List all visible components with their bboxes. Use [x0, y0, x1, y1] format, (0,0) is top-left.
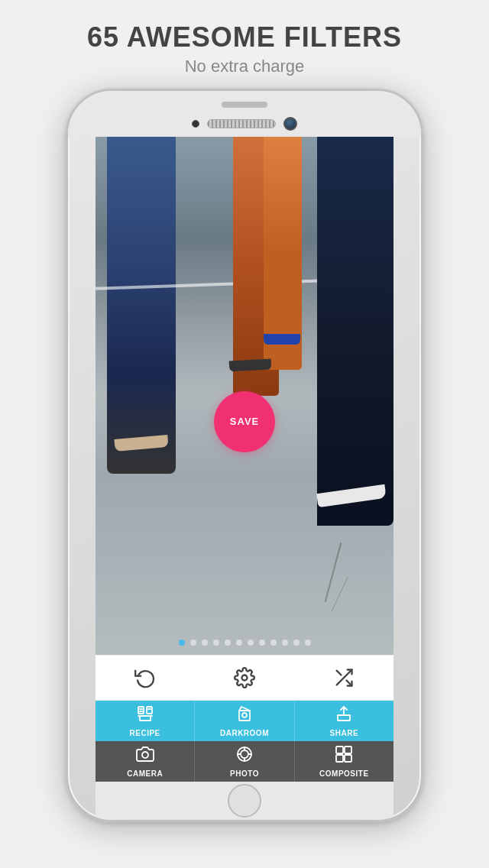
recipe-label: RECIPE [130, 729, 160, 737]
filter-dot-1[interactable] [190, 640, 196, 646]
tab-photo[interactable]: PHOTO [194, 741, 293, 782]
home-indicator-area [96, 782, 393, 820]
tab-composite[interactable]: COMPOSITE [294, 741, 393, 782]
svg-point-14 [241, 750, 248, 758]
person-right-legs [317, 137, 393, 526]
darkroom-icon [235, 704, 254, 726]
phone-top [68, 91, 421, 137]
undo-icon [134, 667, 156, 688]
home-button[interactable] [228, 784, 261, 818]
share-label: SHARE [330, 729, 359, 737]
composite-icon [335, 745, 353, 766]
camera-label: CAMERA [127, 769, 163, 778]
filter-dot-9[interactable] [282, 640, 288, 646]
bottom-tabs: RECIPE DARKROOM [96, 701, 393, 782]
darkroom-label: DARKROOM [220, 729, 269, 737]
filter-dot-6[interactable] [248, 640, 254, 646]
svg-line-3 [337, 671, 342, 675]
person-mid-shoe2 [264, 334, 300, 345]
svg-rect-4 [138, 707, 144, 714]
svg-rect-21 [336, 755, 343, 762]
header-section: 65 AWESOME FILTERS No extra charge [0, 0, 489, 89]
sleep-indicator [222, 102, 267, 108]
tabs-top-row: RECIPE DARKROOM [96, 701, 393, 741]
filter-dot-2[interactable] [202, 640, 208, 646]
tab-darkroom[interactable]: DARKROOM [194, 701, 293, 741]
filter-dot-8[interactable] [270, 640, 277, 646]
share-icon [335, 704, 353, 726]
power-button[interactable] [66, 221, 67, 267]
header-title: 65 AWESOME FILTERS [0, 21, 489, 53]
camera-lens [283, 117, 297, 131]
filter-dot-11[interactable] [305, 640, 311, 646]
photo-icon [235, 745, 254, 766]
filter-dot-10[interactable] [293, 640, 300, 646]
filter-dots [96, 640, 393, 646]
volume-down-button[interactable] [66, 335, 67, 372]
filter-dot-5[interactable] [236, 640, 242, 646]
filter-dot-0[interactable] [179, 640, 185, 646]
recipe-icon [136, 704, 154, 726]
svg-point-12 [142, 752, 148, 758]
shuffle-button[interactable] [321, 659, 367, 697]
photo-label: PHOTO [230, 769, 259, 778]
filter-dot-3[interactable] [213, 640, 219, 646]
tab-camera[interactable]: CAMERA [96, 741, 194, 782]
camera-icon [136, 745, 154, 766]
front-camera [192, 120, 199, 128]
tab-recipe[interactable]: RECIPE [96, 701, 194, 741]
sleep-button[interactable] [422, 244, 423, 297]
road-crack2 [331, 577, 348, 612]
person-mid-shoe1 [229, 358, 272, 371]
volume-up-button[interactable] [66, 290, 67, 326]
phone-frame: SAVE [66, 89, 423, 822]
settings-button[interactable] [222, 659, 267, 697]
svg-rect-7 [147, 707, 152, 714]
svg-rect-22 [345, 755, 351, 762]
phone-camera-row [192, 117, 297, 131]
filter-dot-4[interactable] [225, 640, 231, 646]
speaker-grill [207, 119, 276, 128]
phone-screen: SAVE [96, 137, 393, 782]
save-button[interactable]: SAVE [214, 391, 275, 452]
svg-point-10 [242, 713, 247, 717]
svg-point-0 [242, 675, 248, 681]
svg-rect-20 [345, 747, 351, 753]
tabs-bottom-row: CAMERA P [96, 741, 393, 782]
header-subtitle: No extra charge [0, 57, 489, 76]
shuffle-icon [333, 667, 355, 688]
settings-icon [234, 667, 255, 688]
composite-label: COMPOSITE [319, 769, 369, 778]
toolbar [96, 655, 393, 701]
svg-rect-19 [336, 747, 343, 753]
undo-button[interactable] [122, 659, 168, 697]
person-left-legs [107, 137, 176, 474]
photo-area: SAVE [96, 137, 393, 655]
filter-dot-7[interactable] [259, 640, 265, 646]
tab-share[interactable]: SHARE [294, 701, 393, 741]
